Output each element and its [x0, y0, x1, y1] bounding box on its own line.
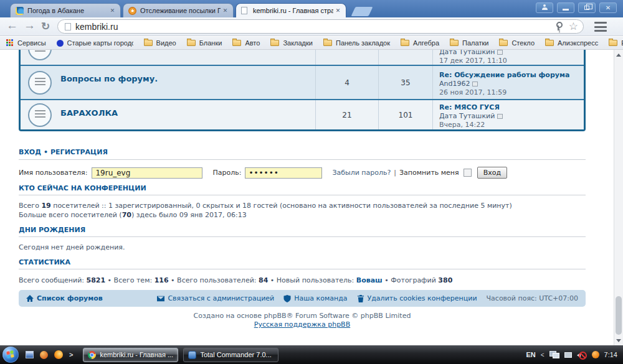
forum-link[interactable]: БАРАХОЛКА	[60, 108, 118, 118]
browser-menu-button[interactable]	[594, 22, 607, 32]
vertical-scrollbar[interactable]	[614, 50, 623, 345]
login-link[interactable]: ВХОД	[19, 148, 41, 156]
login-submit-button[interactable]: Вход	[477, 167, 507, 179]
forgot-password-link[interactable]: Забыли пароль?	[332, 169, 391, 177]
section-heading: КТО СЕЙЧАС НА КОНФЕРЕНЦИИ	[19, 184, 586, 192]
bookmark-folder-video[interactable]: Видео	[144, 39, 176, 47]
key-icon[interactable]	[555, 22, 561, 31]
quick-launch-player-icon[interactable]	[40, 351, 48, 359]
timezone-label: Часовой пояс: UTC+07:00	[487, 294, 578, 302]
last-post-link[interactable]: Re: МЯСО ГУСЯ	[439, 103, 579, 111]
divider	[19, 195, 586, 195]
password-input[interactable]	[245, 167, 322, 179]
minimize-button[interactable]	[557, 2, 574, 13]
external-link-icon[interactable]	[497, 114, 503, 119]
address-url[interactable]: kembriki.ru	[75, 22, 555, 32]
folder-icon	[323, 40, 332, 46]
statistics-section: СТАТИСТИКА Всего сообщений: 5821 • Всего…	[19, 258, 586, 285]
quick-launch-expand-chevron[interactable]: >	[69, 351, 73, 358]
forum-icon	[28, 103, 52, 127]
topics-count: 4	[315, 66, 378, 99]
tray-clock: 7:14	[604, 351, 617, 358]
scroll-up-button[interactable]	[614, 50, 623, 60]
remember-me-checkbox[interactable]	[464, 169, 472, 177]
bookmark-folder-blanks[interactable]: Бланки	[187, 39, 222, 47]
browser-titlebar: Погода в Абакане ✕ Отслеживание посылки …	[0, 0, 623, 17]
quick-launch: >	[26, 350, 73, 359]
tab-kembriki-active[interactable]: kembriki.ru - Главная стран ✕	[235, 3, 346, 17]
table-row[interactable]: Дата Туташкин 17 дек 2017, 11:10	[21, 50, 584, 65]
birthdays-text: Сегодня нет дней рождения.	[19, 243, 586, 252]
tab-weather[interactable]: Погода в Абакане ✕	[10, 3, 121, 17]
chrome-icon	[88, 351, 96, 359]
scroll-down-button[interactable]	[614, 335, 623, 345]
bookmark-folder-palatki[interactable]: Палатки	[450, 39, 488, 47]
newest-user-link[interactable]: Воваш	[356, 276, 383, 284]
close-button[interactable]: ✕	[599, 2, 617, 13]
table-row[interactable]: БАРАХОЛКА 21 101 Re: МЯСО ГУСЯ Дата Тута…	[21, 99, 584, 129]
register-link[interactable]: РЕГИСТРАЦИЯ	[50, 148, 108, 156]
section-heading: СТАТИСТИКА	[19, 258, 586, 266]
tab-close-icon[interactable]: ✕	[221, 6, 230, 16]
russian-support-link[interactable]: Русская поддержка phpBB	[254, 321, 350, 329]
tray-collapse-chevron[interactable]: <	[541, 352, 545, 358]
taskbar-task-chrome[interactable]: kembriki.ru - Главная ...	[83, 348, 178, 362]
restore-button[interactable]	[578, 2, 596, 13]
table-row[interactable]: Вопросы по форуму. 4 35 Re: Обсуждение р…	[21, 65, 584, 99]
tab-tracking[interactable]: Отслеживание посылки По ✕	[123, 3, 234, 17]
bookmark-folder-panel[interactable]: Панель закладок	[323, 39, 390, 47]
reload-button[interactable]: ↻	[41, 20, 50, 33]
tab-close-icon[interactable]: ✕	[333, 6, 343, 16]
contact-admin-link[interactable]: Связаться с администрацией	[157, 294, 274, 302]
scrollbar-thumb[interactable]	[616, 296, 622, 335]
start-button[interactable]	[2, 347, 19, 363]
close-icon: ✕	[606, 4, 611, 11]
language-indicator[interactable]: EN	[526, 351, 535, 358]
folder-icon	[450, 40, 459, 46]
external-link-icon[interactable]	[472, 82, 478, 86]
topics-count	[315, 50, 378, 65]
folder-icon	[144, 40, 153, 46]
bookmark-folder-eda[interactable]: Еда	[609, 39, 623, 47]
tab-close-icon[interactable]: ✕	[108, 6, 117, 16]
posts-count	[378, 50, 432, 65]
taskbar-task-total-commander[interactable]: Total Commander 7.0...	[183, 348, 278, 362]
our-team-link[interactable]: Наша команда	[283, 294, 347, 302]
profile-button[interactable]	[536, 2, 553, 13]
delete-cookies-link[interactable]: Удалить cookies конференции	[357, 294, 477, 302]
bookmark-folder-steklo[interactable]: Стекло	[499, 39, 535, 47]
address-bar[interactable]: kembriki.ru ☆	[57, 19, 584, 34]
bookmark-folder-algebra[interactable]: Алгебра	[401, 39, 439, 47]
bookmark-star-icon[interactable]: ☆	[569, 21, 578, 32]
board-index-link[interactable]: Список форумов	[26, 294, 103, 302]
last-post-link[interactable]: Re: Обсуждение работы форума	[439, 71, 579, 79]
tab-strip: Погода в Абакане ✕ Отслеживание посылки …	[10, 3, 371, 17]
folder-icon	[187, 40, 196, 46]
forum-link[interactable]: Вопросы по форуму.	[60, 74, 158, 83]
muted-speaker-icon[interactable]	[577, 351, 587, 359]
whos-online-section: КТО СЕЙЧАС НА КОНФЕРЕНЦИИ Всего 19 посет…	[19, 184, 586, 220]
home-icon	[26, 295, 34, 302]
bookmark-folder-zakladki[interactable]: Закладки	[270, 39, 313, 47]
system-tray: EN < 7:14	[526, 351, 623, 359]
bookmark-folder-aliexpress[interactable]: Алиэкспресс	[545, 39, 598, 47]
password-label: Пароль:	[212, 169, 241, 177]
bookmark-old-maps[interactable]: Старые карты городов	[57, 39, 133, 47]
bookmark-services[interactable]: Сервисы	[6, 39, 46, 47]
bookmark-folder-auto[interactable]: Авто	[232, 39, 260, 47]
display-icon[interactable]	[564, 352, 572, 358]
last-post-user: Дата Туташкин	[439, 50, 495, 56]
antivirus-icon[interactable]	[592, 351, 599, 358]
forward-button[interactable]: →	[24, 19, 36, 32]
heading-bullet: •	[44, 148, 48, 156]
back-button[interactable]: ←	[6, 19, 18, 32]
username-input[interactable]	[92, 167, 202, 179]
quick-launch-firefox-icon[interactable]	[54, 350, 63, 359]
divider: |	[394, 169, 396, 177]
bookmarks-bar: Сервисы Старые карты городов Видео Бланк…	[0, 37, 623, 50]
new-tab-button[interactable]	[351, 7, 373, 16]
powered-by-text: Создано на основе phpBB® Forum Software …	[19, 312, 586, 320]
network-icon[interactable]	[549, 351, 559, 358]
quick-launch-display-icon[interactable]	[26, 351, 34, 358]
external-link-icon[interactable]	[497, 50, 503, 55]
